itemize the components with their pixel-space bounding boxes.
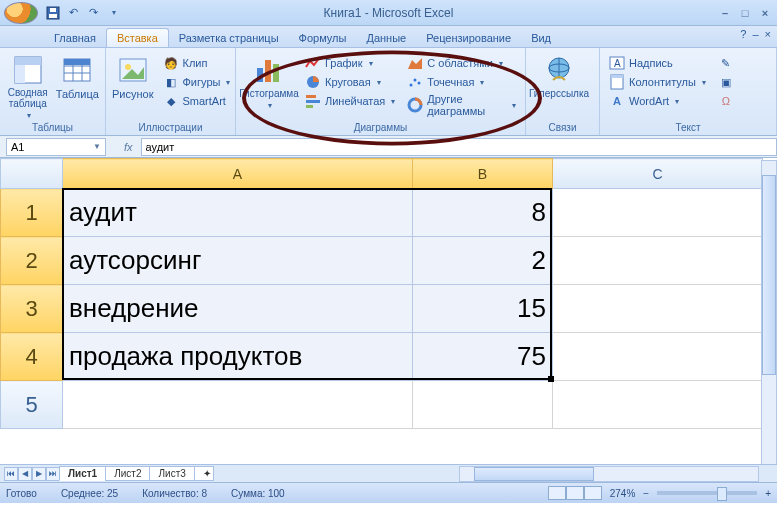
svg-rect-32: [611, 75, 623, 78]
tab-review[interactable]: Рецензирование: [416, 29, 521, 47]
save-icon[interactable]: [44, 4, 62, 22]
cell-b2[interactable]: 2: [413, 237, 553, 285]
zoom-slider[interactable]: [657, 491, 757, 495]
zoom-out-button[interactable]: −: [643, 488, 649, 499]
hyperlink-icon: [543, 54, 575, 86]
scatter-chart-button[interactable]: Точечная: [404, 73, 519, 91]
picture-button[interactable]: Рисунок: [112, 52, 154, 100]
tab-data[interactable]: Данные: [356, 29, 416, 47]
sheet-nav-first[interactable]: ⏮: [4, 467, 18, 481]
name-box[interactable]: A1▼: [6, 138, 106, 156]
col-header-a[interactable]: A: [63, 159, 413, 189]
row-header-1[interactable]: 1: [1, 189, 63, 237]
other-charts-button[interactable]: Другие диаграммы: [404, 92, 519, 118]
cell-c2[interactable]: [553, 237, 763, 285]
ribbon-minimize-button[interactable]: –: [752, 28, 758, 40]
sheet-nav-next[interactable]: ▶: [32, 467, 46, 481]
cell-a3[interactable]: внедрение: [63, 285, 413, 333]
object-button[interactable]: ▣: [715, 73, 737, 91]
column-chart-button[interactable]: Гистограмма: [242, 52, 296, 110]
area-chart-button[interactable]: С областями: [404, 54, 519, 72]
formula-input[interactable]: аудит: [141, 138, 777, 156]
view-normal-button[interactable]: [548, 486, 566, 500]
col-header-c[interactable]: C: [553, 159, 763, 189]
fx-icon[interactable]: fx: [124, 141, 133, 153]
cell-b1[interactable]: 8: [413, 189, 553, 237]
cell-a2[interactable]: аутсорсинг: [63, 237, 413, 285]
sheet-nav-prev[interactable]: ◀: [18, 467, 32, 481]
cell-b5[interactable]: [413, 381, 553, 429]
symbol-button[interactable]: Ω: [715, 92, 737, 110]
signature-button[interactable]: ✎: [715, 54, 737, 72]
sheet-tab-1[interactable]: Лист1: [59, 466, 106, 481]
tab-formulas[interactable]: Формулы: [289, 29, 357, 47]
view-page-break-button[interactable]: [584, 486, 602, 500]
hyperlink-button[interactable]: Гиперссылка: [532, 52, 586, 99]
worksheet-grid[interactable]: A B C 1 аудит 8 2 аутсорсинг 2 3 внедрен…: [0, 158, 777, 464]
view-page-layout-button[interactable]: [566, 486, 584, 500]
wordart-button[interactable]: AWordArt: [606, 92, 709, 110]
table-icon: [61, 54, 93, 86]
svg-rect-15: [265, 60, 271, 82]
smartart-button[interactable]: ◆SmartArt: [160, 92, 234, 110]
bar-chart-button[interactable]: Линейчатая: [302, 92, 398, 110]
cell-c5[interactable]: [553, 381, 763, 429]
object-icon: ▣: [718, 74, 734, 90]
status-sum: Сумма: 100: [231, 488, 285, 499]
redo-icon[interactable]: ↷: [84, 4, 102, 22]
help-icon[interactable]: ?: [740, 28, 746, 40]
cell-a4[interactable]: продажа продуктов: [63, 333, 413, 381]
zoom-level[interactable]: 274%: [610, 488, 636, 499]
office-button[interactable]: [4, 2, 38, 24]
line-chart-button[interactable]: График: [302, 54, 398, 72]
col-header-b[interactable]: B: [413, 159, 553, 189]
minimize-button[interactable]: –: [717, 6, 733, 20]
select-all-corner[interactable]: [1, 159, 63, 189]
ribbon-close-button[interactable]: ×: [765, 28, 771, 40]
sheet-tab-3[interactable]: Лист3: [149, 466, 194, 481]
pie-chart-button[interactable]: Круговая: [302, 73, 398, 91]
cell-a5[interactable]: [63, 381, 413, 429]
cell-a1[interactable]: аудит: [63, 189, 413, 237]
window-controls: – □ ×: [717, 6, 773, 20]
sheet-nav-last[interactable]: ⏭: [46, 467, 60, 481]
cell-b3[interactable]: 15: [413, 285, 553, 333]
cell-c4[interactable]: [553, 333, 763, 381]
group-links: Гиперссылка Связи: [526, 48, 600, 135]
tab-insert[interactable]: Вставка: [106, 28, 169, 47]
close-button[interactable]: ×: [757, 6, 773, 20]
header-footer-button[interactable]: Колонтитулы: [606, 73, 709, 91]
sheet-tabs-bar: ⏮ ◀ ▶ ⏭ Лист1 Лист2 Лист3 ✦: [0, 464, 777, 482]
qat-customize-icon[interactable]: [104, 4, 122, 22]
vertical-scroll-thumb[interactable]: [762, 175, 776, 375]
shapes-button[interactable]: ◧Фигуры: [160, 73, 234, 91]
new-sheet-button[interactable]: ✦: [194, 466, 214, 481]
chevron-down-icon[interactable]: ▼: [93, 142, 101, 151]
cell-c3[interactable]: [553, 285, 763, 333]
tab-page-layout[interactable]: Разметка страницы: [169, 29, 289, 47]
horizontal-scrollbar[interactable]: [459, 466, 759, 482]
row-header-3[interactable]: 3: [1, 285, 63, 333]
svg-point-23: [414, 79, 417, 82]
scatter-chart-icon: [407, 74, 423, 90]
textbox-button[interactable]: AНадпись: [606, 54, 709, 72]
vertical-scrollbar[interactable]: [761, 160, 777, 470]
tab-view[interactable]: Вид: [521, 29, 561, 47]
maximize-button[interactable]: □: [737, 6, 753, 20]
clip-button[interactable]: 🧑Клип: [160, 54, 234, 72]
row-header-2[interactable]: 2: [1, 237, 63, 285]
sheet-tab-2[interactable]: Лист2: [105, 466, 150, 481]
cell-b4[interactable]: 75: [413, 333, 553, 381]
cell-c1[interactable]: [553, 189, 763, 237]
zoom-in-button[interactable]: +: [765, 488, 771, 499]
row-header-4[interactable]: 4: [1, 333, 63, 381]
horizontal-scroll-thumb[interactable]: [474, 467, 594, 481]
undo-icon[interactable]: ↶: [64, 4, 82, 22]
table-button[interactable]: Таблица: [56, 52, 100, 100]
picture-label: Рисунок: [112, 88, 154, 100]
svg-point-13: [125, 64, 131, 70]
pivot-table-button[interactable]: Сводная таблица: [6, 52, 50, 120]
clip-icon: 🧑: [163, 55, 179, 71]
row-header-5[interactable]: 5: [1, 381, 63, 429]
tab-home[interactable]: Главная: [44, 29, 106, 47]
